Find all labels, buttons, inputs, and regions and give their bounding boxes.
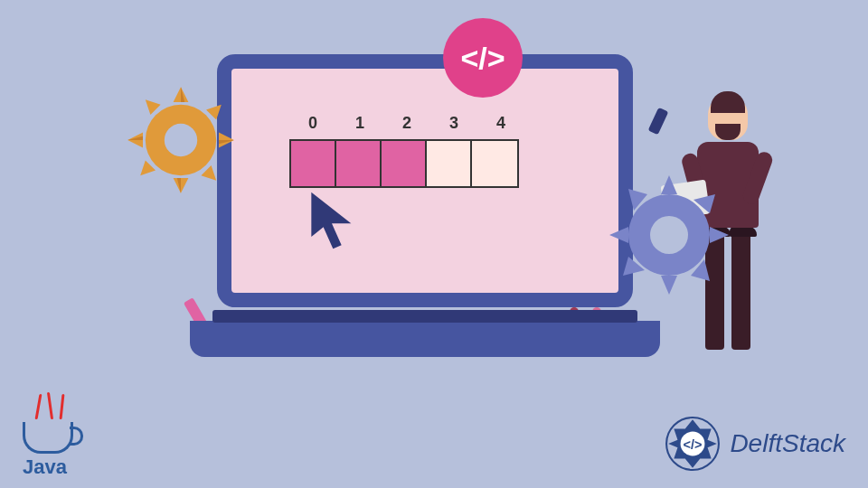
svg-point-3 bbox=[650, 216, 688, 254]
array-cells bbox=[289, 139, 519, 188]
delftstack-logo: </> DelftStack bbox=[665, 416, 845, 472]
confetti-blue bbox=[648, 108, 669, 135]
index-label: 3 bbox=[430, 114, 477, 133]
svg-point-1 bbox=[165, 124, 197, 156]
delftstack-emblem-icon: </> bbox=[665, 416, 721, 472]
array-cell-3 bbox=[427, 141, 472, 186]
array-cell-0 bbox=[291, 141, 336, 186]
delftstack-logo-text: DelftStack bbox=[730, 429, 845, 458]
index-label: 4 bbox=[477, 114, 524, 133]
code-badge-text: </> bbox=[460, 41, 505, 76]
java-logo: Java bbox=[23, 390, 73, 479]
array-cell-1 bbox=[336, 141, 382, 186]
gear-icon-blue bbox=[601, 167, 737, 306]
laptop-base bbox=[190, 321, 660, 357]
laptop-illustration: 0 1 2 3 4 bbox=[217, 54, 633, 361]
laptop-screen: 0 1 2 3 4 bbox=[217, 54, 633, 307]
array-cell-2 bbox=[382, 141, 427, 186]
array-cell-4 bbox=[472, 141, 517, 186]
code-badge-icon: </> bbox=[443, 18, 523, 98]
index-label: 1 bbox=[336, 114, 383, 133]
index-label: 2 bbox=[383, 114, 430, 133]
person-head bbox=[708, 95, 748, 140]
java-cup-icon bbox=[23, 422, 73, 454]
cursor-icon bbox=[304, 186, 367, 262]
gear-icon-orange bbox=[118, 77, 244, 207]
index-label: 0 bbox=[289, 114, 336, 133]
array-indices: 0 1 2 3 4 bbox=[289, 114, 524, 133]
java-logo-text: Java bbox=[23, 455, 73, 479]
svg-text:</>: </> bbox=[684, 437, 703, 452]
